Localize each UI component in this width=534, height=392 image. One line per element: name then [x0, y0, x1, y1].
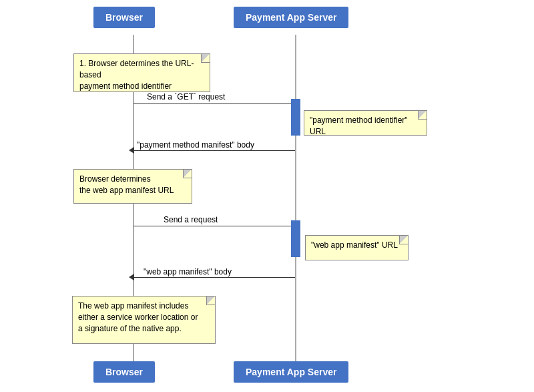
server-top-box: Payment App Server [234, 7, 348, 28]
sequence-diagram: Browser Payment App Server 1. Browser de… [0, 0, 534, 392]
web-app-manifest-body-arrowhead [129, 274, 134, 280]
server-lifeline [295, 35, 296, 362]
get-request-label: Send a `GET` request [147, 92, 225, 102]
server-activation-1 [291, 99, 300, 136]
note-web-app-manifest-content: The web app manifest includeseither a se… [72, 296, 216, 344]
server-activation-2 [291, 220, 300, 257]
payment-manifest-body-arrowhead [129, 147, 134, 154]
get-request-arrow-line [134, 104, 295, 104]
note-payment-method-identifier-url: "payment method identifier" URL [304, 110, 427, 136]
send-request-arrow-line [134, 226, 295, 226]
browser-top-box: Browser [93, 7, 155, 28]
send-request-label: Send a request [164, 215, 218, 224]
browser-bottom-box: Browser [93, 361, 155, 383]
payment-manifest-body-label: "payment method manifest" body [137, 140, 254, 150]
server-bottom-box: Payment App Server [234, 361, 348, 383]
payment-manifest-body-arrow-line [134, 150, 295, 151]
note-web-app-manifest-url: Browser determinesthe web app manifest U… [73, 169, 192, 204]
web-app-manifest-body-arrow-line [134, 277, 295, 278]
web-app-manifest-body-label: "web app manifest" body [144, 267, 232, 276]
note-web-app-manifest-url-server: "web app manifest" URL [305, 235, 409, 260]
note-url-based-identifier: 1. Browser determines the URL-basedpayme… [73, 53, 210, 92]
